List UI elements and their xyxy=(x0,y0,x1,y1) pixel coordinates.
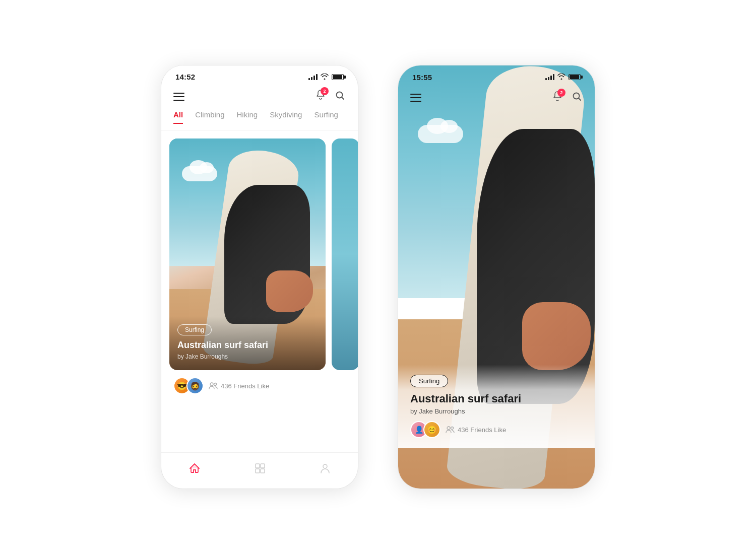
card-tag-left: Surfing xyxy=(177,324,212,335)
avatar-2-left xyxy=(186,377,204,394)
tab-skydiving[interactable]: Skydiving xyxy=(270,110,302,124)
hamburger-icon-left[interactable] xyxy=(173,93,184,101)
search-button-right[interactable] xyxy=(572,91,583,104)
tab-climbing[interactable]: Climbing xyxy=(195,110,224,124)
profile-icon xyxy=(320,463,331,474)
friends-text-left: 436 Friends Like xyxy=(209,382,269,390)
avatars-left xyxy=(173,377,204,394)
person-group-icon-left xyxy=(209,382,218,390)
header-right-right: 2 xyxy=(551,91,583,105)
svg-point-1 xyxy=(210,383,213,386)
card-author-left: by Jake Burroughs xyxy=(177,353,318,360)
svg-rect-5 xyxy=(256,469,260,473)
status-time-left: 14:52 xyxy=(175,73,195,81)
svg-point-10 xyxy=(451,427,454,430)
status-icons-left xyxy=(308,74,344,81)
notification-button-left[interactable]: 2 xyxy=(314,89,327,104)
avatar-orange-right xyxy=(423,421,440,438)
notification-badge-right: 2 xyxy=(557,89,565,97)
person-group-icon-right xyxy=(446,426,455,434)
phone-right: 15:55 xyxy=(398,65,595,489)
activity-card-main[interactable]: Surfing Australian surf safari by Jake B… xyxy=(169,138,326,370)
svg-rect-6 xyxy=(261,469,265,473)
grid-icon xyxy=(255,463,266,474)
avatars-right xyxy=(410,421,440,438)
svg-rect-3 xyxy=(256,464,260,468)
svg-point-9 xyxy=(447,427,450,430)
tab-hiking[interactable]: Hiking xyxy=(237,110,258,124)
friends-count-right: 436 Friends Like xyxy=(458,426,506,434)
header-right-left: 2 xyxy=(314,89,346,104)
detail-friends: 436 Friends Like xyxy=(410,421,583,438)
tab-surfing[interactable]: Surfing xyxy=(314,110,338,124)
svg-rect-4 xyxy=(261,464,265,468)
detail-tag: Surfing xyxy=(410,375,448,387)
status-icons-right xyxy=(545,73,581,82)
svg-point-2 xyxy=(214,383,217,386)
notification-badge-left: 2 xyxy=(321,87,329,95)
friends-bar-left: 436 Friends Like xyxy=(161,370,358,401)
detail-author: by Jake Burroughs xyxy=(410,407,583,415)
friends-count-left: 436 Friends Like xyxy=(221,382,269,390)
bottom-nav-left xyxy=(161,452,358,489)
search-icon-right xyxy=(572,91,583,102)
card-image: Surfing Australian surf safari by Jake B… xyxy=(169,138,326,370)
app-header-left: 2 xyxy=(161,85,358,110)
phone-left: 14:52 xyxy=(161,65,358,489)
wifi-icon-right xyxy=(557,73,565,82)
detail-info: Surfing Australian surf safari by Jake B… xyxy=(398,365,595,448)
content-area-left: Surfing Australian surf safari by Jake B… xyxy=(161,130,358,370)
nav-profile[interactable] xyxy=(320,463,331,474)
detail-header: 2 xyxy=(398,87,595,109)
home-icon xyxy=(188,462,201,474)
search-icon-left xyxy=(335,90,346,101)
partial-card xyxy=(332,138,358,370)
nav-home[interactable] xyxy=(188,462,201,474)
signal-icon-right xyxy=(545,74,554,80)
friends-text-right: 436 Friends Like xyxy=(446,426,506,434)
card-title-left: Australian surf safari xyxy=(177,339,318,351)
svg-point-7 xyxy=(323,464,327,468)
detail-title: Australian surf safari xyxy=(410,392,583,405)
status-bar-left: 14:52 xyxy=(161,65,358,85)
wifi-icon-left xyxy=(321,74,329,81)
category-tabs-left: All Climbing Hiking Skydiving Surfing xyxy=(161,110,358,130)
status-bar-right: 15:55 xyxy=(398,65,595,82)
hamburger-icon-right[interactable] xyxy=(410,94,421,102)
notification-button-right[interactable]: 2 xyxy=(551,91,563,105)
nav-grid[interactable] xyxy=(255,463,266,474)
status-time-right: 15:55 xyxy=(412,73,432,82)
battery-icon-right xyxy=(569,74,581,80)
search-button-left[interactable] xyxy=(335,90,346,103)
tab-all[interactable]: All xyxy=(173,110,183,124)
signal-icon-left xyxy=(308,74,318,80)
battery-icon-left xyxy=(332,74,344,80)
